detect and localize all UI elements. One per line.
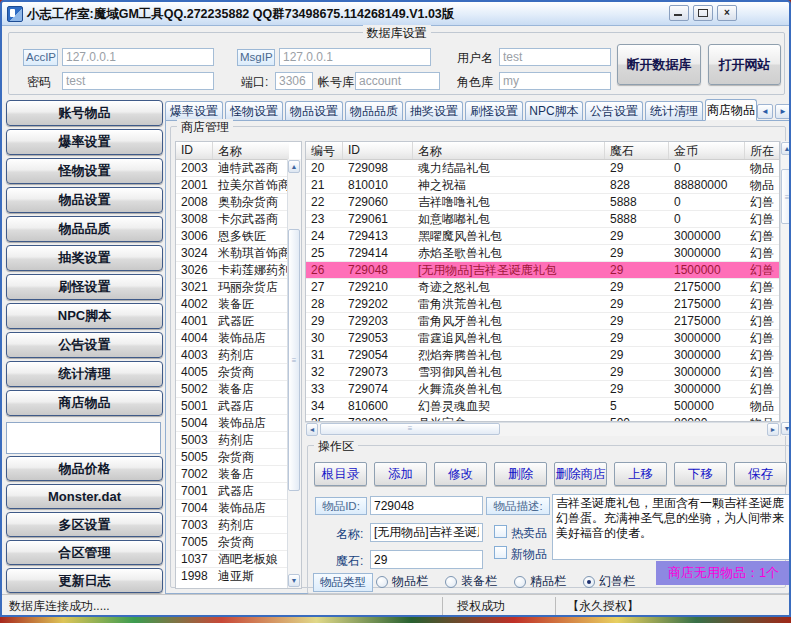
sidebar-button[interactable]: Monster.dat [6,484,163,509]
shop-row[interactable]: 1998迪亚斯 [176,568,289,584]
sidebar-button[interactable]: 物品品质 [6,216,163,242]
tab[interactable]: 刷怪设置 [465,101,523,121]
scroll-thumb[interactable]: ≡ [320,423,500,435]
minimize-button[interactable] [669,5,689,21]
item-row[interactable]: 20729098魂力结晶礼包290物品 [306,160,779,177]
item-row[interactable]: 34810600幻兽灵魂血契5500000物品 [306,398,779,415]
sidebar-listbox[interactable] [6,422,161,454]
roledb-input[interactable] [499,72,611,90]
sidebar-button[interactable]: 物品设置 [6,187,163,213]
shop-row[interactable]: 7003药剂店 [176,517,289,534]
sidebar-button[interactable]: 公告设置 [6,332,163,358]
scroll-left-button[interactable]: ◄ [306,423,318,436]
shop-row[interactable]: 5001武器店 [176,398,289,415]
item-row[interactable]: 31729054烈焰奔腾兽礼包293000000幻兽 [306,347,779,364]
tab[interactable]: 统计清理 [645,101,703,121]
item-table-vscrollbar[interactable]: ▲ ≡ ▼ [780,141,791,436]
tab[interactable]: 抽奖设置 [405,101,463,121]
sidebar-button[interactable]: 刷怪设置 [6,274,163,300]
sidebar-button[interactable]: 更新日志 [6,568,163,593]
item-name-input[interactable] [370,523,483,542]
item-row[interactable]: 28729202雷角洪荒兽礼包292175000幻兽 [306,296,779,313]
shop-row[interactable]: 4001武器匠 [176,313,289,330]
shop-table-scrollbar[interactable]: ▲ ≡ ▼ [287,159,301,588]
shop-row[interactable]: 5003药剂店 [176,432,289,449]
tab[interactable]: 怪物设置 [225,101,283,121]
tab[interactable]: 物品品质 [345,101,403,121]
shop-row[interactable]: 3021玛丽杂货店 [176,279,289,296]
item-row[interactable]: 29729203雷角风牙兽礼包292175000幻兽 [306,313,779,330]
scroll-thumb[interactable]: ≡ [288,229,300,491]
header-cell-stone[interactable]: 魔石 [605,142,669,159]
accip-input[interactable] [62,48,214,66]
radio-icon[interactable] [514,576,526,588]
item-row[interactable]: 35723002月光宝盒50080000物品 [306,415,779,422]
item-row[interactable]: 33729074火舞流炎兽礼包293000000幻兽 [306,381,779,398]
sidebar-button[interactable]: 账号物品 [6,100,163,126]
shop-row[interactable]: 4003药剂店 [176,347,289,364]
tab[interactable]: 公告设置 [585,101,643,121]
tab-scroll-right-button[interactable]: ► [775,104,791,119]
password-input[interactable] [62,72,214,90]
operation-button[interactable]: 下移 [674,462,727,486]
radio-icon[interactable] [445,576,457,588]
shop-row[interactable]: 5004装饰品店 [176,415,289,432]
disconnect-db-button[interactable]: 断开数据库 [617,44,701,85]
tab[interactable]: 爆率设置 [165,101,223,121]
item-row[interactable]: 30729053雷霆追风兽礼包293000000幻兽 [306,330,779,347]
accountdb-input[interactable] [355,72,440,90]
operation-button[interactable]: 保存 [734,462,787,486]
scroll-down-button[interactable]: ▼ [781,422,791,435]
item-desc-textarea[interactable]: 吉祥圣诞鹿礼包，里面含有一颗吉祥圣诞鹿幻兽蛋。充满神圣气息的坐骑，为人间带来美好… [552,494,790,560]
tab[interactable]: NPC脚本 [525,101,583,121]
radio-icon[interactable] [583,576,595,588]
shop-row[interactable]: 2008奥勒杂货商 [176,194,289,211]
shop-row[interactable]: 7001武器店 [176,483,289,500]
item-id-input[interactable] [370,496,483,515]
sidebar-button[interactable]: 多区设置 [6,512,163,537]
item-row[interactable]: 23729061如意嘟嘟礼包58880幻兽 [306,211,779,228]
item-row[interactable]: 27729210奇迹之怒礼包292175000幻兽 [306,279,779,296]
close-button[interactable]: × [717,5,737,21]
tab-scroll-left-button[interactable]: ◄ [757,104,773,119]
header-cell-name[interactable]: 名称 [213,142,289,159]
sidebar-button[interactable]: 合区管理 [6,540,163,565]
shop-row[interactable]: 5005杂货商 [176,449,289,466]
maximize-button[interactable] [693,5,713,21]
shop-row[interactable]: 2003迪特武器商 [176,160,289,177]
sidebar-button[interactable]: 商店物品 [6,390,163,416]
shop-row[interactable]: 3006恩多铁匠 [176,228,289,245]
magic-stone-input[interactable] [370,550,483,569]
username-input[interactable] [499,48,611,66]
operation-button[interactable]: 删除 [494,462,547,486]
sidebar-button[interactable]: 物品价格 [6,456,163,481]
operation-button[interactable]: 添加 [374,462,427,486]
shop-row[interactable]: 1037酒吧老板娘 [176,551,289,568]
item-table-hscrollbar[interactable]: ◄ ≡ ► [305,422,780,436]
item-row[interactable]: 32729073雪羽御风兽礼包293000000幻兽 [306,364,779,381]
header-cell-slot[interactable]: 所在 [745,142,779,159]
operation-button[interactable]: 修改 [434,462,487,486]
shop-row[interactable]: 4004装饰品店 [176,330,289,347]
shop-row[interactable]: 3024米勒琪首饰商 [176,245,289,262]
item-row[interactable]: 21810010神之祝福82888880000物品 [306,177,779,194]
sidebar-button[interactable]: 统计清理 [6,361,163,387]
shop-row[interactable]: 4005杂货商 [176,364,289,381]
open-website-button[interactable]: 打开网站 [708,44,781,85]
header-cell-no[interactable]: 编号 [306,142,343,159]
operation-button[interactable]: 根目录 [314,462,367,486]
shop-row[interactable]: 2001拉美尔首饰商 [176,177,289,194]
scroll-up-button[interactable]: ▲ [288,160,300,173]
header-cell-name[interactable]: 名称 [413,142,605,159]
header-cell-id[interactable]: ID [343,142,413,159]
hot-item-checkbox[interactable] [494,525,507,538]
operation-button[interactable]: 删除商店 [554,462,607,486]
msgip-input[interactable] [279,48,431,66]
item-row[interactable]: 25729414赤焰圣歌兽礼包293000000幻兽 [306,245,779,262]
radio-icon[interactable] [376,576,388,588]
new-item-checkbox[interactable] [494,546,507,559]
shop-row[interactable]: 7005杂货商 [176,534,289,551]
header-cell-id[interactable]: ID [176,142,213,159]
item-row[interactable]: 22729060吉祥噜噜礼包58880幻兽 [306,194,779,211]
sidebar-button[interactable]: 怪物设置 [6,158,163,184]
